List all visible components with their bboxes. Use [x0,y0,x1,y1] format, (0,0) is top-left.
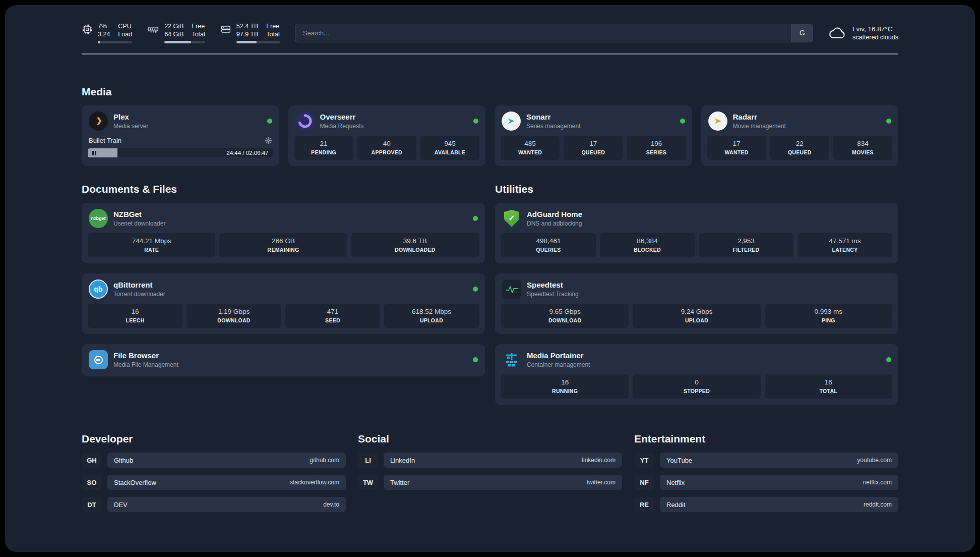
bookmark-youtube[interactable]: YT YouTube youtube.com [634,453,898,468]
stat-seed: 471 SEED [285,304,380,328]
app-desc: Usenet downloader [113,220,165,227]
app-card-adguard[interactable]: ✓ AdGuard Home DNS and adblocking 498,46… [495,203,898,263]
bookmark-linkedin[interactable]: LI LinkedIn linkedin.com [358,453,622,468]
bookmark-dev[interactable]: DT DEV dev.to [82,497,346,512]
search-input[interactable] [295,24,791,42]
playback-time: 24:44 / 02:06:47 [226,150,268,156]
stat-download: 1.19 Gbps DOWNLOAD [187,304,281,328]
bookmark-twitter[interactable]: TW Twitter twitter.com [358,475,622,490]
app-name: Plex [113,113,148,121]
section-media: Media Plex Media server [82,86,898,166]
section-entertainment: Entertainment YT YouTube youtube.com NF … [634,433,898,512]
disk-progress-bar [236,41,280,43]
section-social: Social LI LinkedIn linkedin.com TW Twitt… [358,433,622,512]
overseerr-icon [295,112,315,131]
pause-icon[interactable] [92,151,96,155]
entertainment-section-title: Entertainment [634,433,898,445]
weather-location: Lviv, 16.87°C [852,25,898,33]
ram-free: 22 GiB [164,22,183,30]
app-desc: DNS and adblocking [527,220,582,227]
status-dot [267,119,272,124]
app-card-plex[interactable]: Plex Media server Bullet Train [82,105,279,166]
dashboard-window: 7% 3.24 CPU Load [5,5,975,552]
disk-total: 97.9 TB [236,30,259,38]
disk-free: 52.4 TB [236,22,259,30]
app-card-radarr[interactable]: Radarr Movie management 17 WANTED 22 QUE… [701,105,899,166]
status-dot [680,119,685,124]
memory-icon [147,24,159,35]
topbar-divider [82,53,898,54]
adguard-icon: ✓ [502,209,521,228]
cpu-usage-widget: 7% 3.24 CPU Load [82,22,132,43]
stat-available: 945 AVAILABLE [420,136,479,160]
stat-wanted: 485 WANTED [501,136,560,160]
ram-values: 22 GiB 64 GiB [164,22,183,38]
status-dot [886,119,891,124]
cpu-progress-bar [98,41,132,43]
stat-leech: 16 LEECH [88,304,182,328]
developer-section-title: Developer [82,433,346,445]
stat-remaining: 266 GB REMAINING [219,233,347,257]
app-card-filebrowser[interactable]: File Browser Media File Management [82,344,485,376]
app-card-portainer[interactable]: Media Portainer Container management 16 … [495,344,898,405]
weather-condition: scattered clouds [852,34,898,41]
cpu-load: 3.24 [98,30,110,38]
ram-usage-widget: 22 GiB 64 GiB Free Total [147,22,205,43]
linkedin-icon: LI [358,453,378,468]
stat-upload: 618.52 Mbps UPLOAD [384,304,479,328]
weather-widget: Lviv, 16.87°C scattered clouds [828,25,898,41]
stat-queued: 17 QUEUED [564,136,623,160]
stat-stopped: 0 STOPPED [633,374,760,399]
qbittorrent-icon: qb [89,280,108,299]
ram-labels: Free Total [192,22,205,38]
nzbget-icon: nzbget [89,209,108,228]
filebrowser-icon [89,350,108,369]
bookmark-stackoverflow[interactable]: SO StackOverflow stackoverflow.com [82,475,346,490]
app-name: NZBGet [113,210,165,218]
stat-queued: 22 QUEUED [770,136,829,160]
app-desc: Series management [526,123,580,130]
section-developer: Developer GH Github github.com SO StackO… [82,433,346,512]
section-documents: Documents & Files nzbget NZBGet Usenet d… [82,183,485,405]
media-section-title: Media [82,86,898,98]
status-dot [473,287,478,292]
radarr-icon [708,112,727,131]
stat-downloaded: 39.6 TB DOWNLOADED [351,233,479,257]
bookmark-netflix[interactable]: NF Netflix netflix.com [634,475,898,490]
speedtest-icon [502,280,521,299]
gear-icon[interactable] [265,137,272,144]
status-dot [473,119,478,124]
stat-latency: 47.571 ms LATENCY [798,233,892,257]
app-name: Speedtest [527,281,579,289]
reddit-icon: RE [634,497,654,512]
stat-download: 9.65 Gbps DOWNLOAD [501,304,629,328]
bookmark-reddit[interactable]: RE Reddit reddit.com [634,497,898,512]
social-section-title: Social [358,433,622,445]
app-card-qbittorrent[interactable]: qb qBittorrent Torrent downloader 16 LEE… [82,273,485,334]
stat-series: 196 SERIES [627,136,686,160]
stat-upload: 9.24 Gbps UPLOAD [633,304,760,328]
sonarr-icon [502,112,521,131]
app-desc: Container management [527,361,590,368]
playback-progress-bar[interactable]: 24:44 / 02:06:47 [88,148,273,157]
app-name: Media Portainer [527,351,590,360]
app-card-nzbget[interactable]: nzbget NZBGet Usenet downloader 744.21 M… [82,203,485,263]
portainer-icon [502,350,521,369]
bookmark-github[interactable]: GH Github github.com [82,453,346,468]
documents-section-title: Documents & Files [82,183,485,195]
app-card-sonarr[interactable]: Sonarr Series management 485 WANTED 17 Q… [495,105,692,166]
search-engine-button[interactable]: G [791,24,813,42]
ram-progress-bar [164,41,205,43]
stat-approved: 40 APPROVED [357,136,416,160]
stat-movies: 834 MOVIES [833,136,892,160]
app-desc: Media Requests [320,123,364,130]
app-desc: Media File Management [113,361,178,368]
twitter-icon: TW [358,475,378,490]
status-dot [473,357,478,362]
stat-total: 16 TOTAL [765,374,892,399]
dev-icon: DT [82,497,102,512]
status-dot [886,357,891,362]
netflix-icon: NF [634,475,654,490]
app-card-speedtest[interactable]: Speedtest Speedtest Tracking 9.65 Gbps D… [495,273,898,334]
app-card-overseerr[interactable]: Overseerr Media Requests 21 PENDING 40 A… [288,105,486,166]
